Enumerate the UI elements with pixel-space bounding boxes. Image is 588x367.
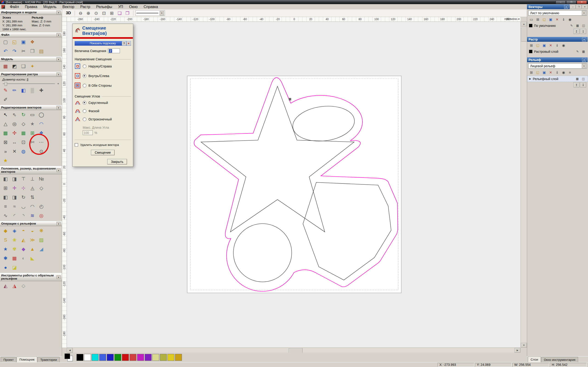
collapse-icon[interactable]: ▲ xyxy=(57,33,61,37)
direction-inward-option[interactable]: Внутрь/Слева xyxy=(73,71,133,81)
collapse-icon[interactable]: ▲ xyxy=(57,275,61,279)
edit-vector-layer-icon[interactable]: ✎ xyxy=(569,23,574,28)
trim-vectors-icon[interactable]: ✄ xyxy=(28,138,37,146)
color-swatch-8[interactable] xyxy=(137,354,144,361)
relief-layer-item[interactable]: ▶ Рельефный слой ▦◫ xyxy=(527,76,588,82)
menu-vector[interactable]: Вектор xyxy=(60,4,78,9)
color-swatch-10[interactable] xyxy=(152,354,159,361)
texture-flow-icon[interactable]: ≋ xyxy=(28,211,37,220)
arc-fit-down-icon[interactable]: ◡ xyxy=(19,202,28,211)
pencil-icon[interactable]: ✐ xyxy=(1,95,10,104)
add-relief-icon[interactable]: ◓ xyxy=(19,227,28,235)
open-vector-layer-icon[interactable]: ◱ xyxy=(541,17,547,22)
undo-icon[interactable]: ↶ xyxy=(1,47,10,55)
delete-original-checkbox[interactable] xyxy=(75,143,78,147)
move-layer-down-icon[interactable]: ↧ xyxy=(580,29,586,34)
flip-icon[interactable]: ⇅ xyxy=(28,193,37,201)
collapse-icon[interactable]: ▲ xyxy=(57,10,61,14)
vector-node-marker[interactable] xyxy=(289,98,291,100)
set-model-size-icon[interactable]: ▦ xyxy=(1,62,10,70)
wedge-relief-icon[interactable]: ◣ xyxy=(28,254,37,262)
mdi-minimize-button[interactable]: ─ xyxy=(570,5,576,9)
relief-properties-icon[interactable]: ≡ xyxy=(567,69,573,75)
move-layer-up-icon[interactable]: ↥ xyxy=(573,82,579,87)
previous-view-icon[interactable]: ❏ xyxy=(116,10,123,17)
merge-raster-layers-icon[interactable]: ⇓ xyxy=(554,42,560,48)
scroll-up-icon[interactable]: ▲ xyxy=(521,22,527,26)
chevron-down-icon[interactable]: ▾ xyxy=(160,11,164,15)
open-model-icon[interactable]: ◱ xyxy=(10,38,19,46)
select-all-vectors-icon[interactable]: ▭ xyxy=(528,17,535,22)
vector-layer-item[interactable]: По умолчанию ✎▦◫ xyxy=(527,23,588,28)
lock-relief-layer-icon[interactable]: ◫ xyxy=(581,76,586,81)
arc-fit-up-icon[interactable]: ◠ xyxy=(28,202,37,211)
fillet-vectors-icon[interactable]: ⊙ xyxy=(37,147,46,156)
vector-layer-colour-icon[interactable]: ▦ xyxy=(575,23,580,28)
color-swatch-1[interactable] xyxy=(84,354,91,361)
gem-relief-icon[interactable]: ◆ xyxy=(19,245,28,253)
draw-icon[interactable]: ✏ xyxy=(10,86,19,94)
horizontal-scrollbar[interactable]: ◀ ▶ xyxy=(67,348,520,352)
align-centers-v-icon[interactable]: ⊹ xyxy=(19,184,28,192)
move-layer-up-icon[interactable]: ↥ xyxy=(573,29,579,34)
line-style-dropdown[interactable]: ▾ xyxy=(136,10,165,16)
raster-layer-item[interactable]: Растровый слой ✎▦ xyxy=(527,49,588,54)
corner-rounded-option[interactable]: Скругленный xyxy=(73,99,133,107)
collapse-icon[interactable]: ▲ xyxy=(57,73,61,76)
male-female-icon[interactable]: ◮ xyxy=(10,282,19,290)
offset-vectors-icon[interactable]: ◌ xyxy=(28,147,37,156)
align-top-icon[interactable]: ⊤ xyxy=(19,175,28,183)
view-3d-button[interactable]: 3D xyxy=(64,10,73,16)
close-button[interactable]: ✕ xyxy=(577,0,587,4)
align-left-icon[interactable]: ◧ xyxy=(1,175,10,183)
nest-vectors-icon[interactable]: ▦ xyxy=(19,129,28,137)
expand-icon[interactable]: ▶ xyxy=(529,77,531,80)
menu-file[interactable]: Файл xyxy=(7,4,22,9)
subtract-relief-icon[interactable]: ◒ xyxy=(28,227,37,235)
open-relief-layer-icon[interactable]: ◱ xyxy=(535,69,541,75)
model-border-icon[interactable]: ◩ xyxy=(10,62,19,70)
pyramid-relief-icon[interactable]: ▲ xyxy=(28,245,37,253)
zoom-in-icon[interactable]: ⊕ xyxy=(85,10,92,17)
envelope-icon[interactable]: ◎ xyxy=(37,211,46,220)
bitmap-to-vector-icon[interactable]: ⊠ xyxy=(1,138,10,146)
measure-icon[interactable]: ↔ xyxy=(10,138,19,146)
menu-reliefs[interactable]: Рельефы xyxy=(93,4,115,9)
offset-relief-icon[interactable]: ≫ xyxy=(28,236,37,244)
relief-dropdown[interactable]: Лицевой рельеф ▾ xyxy=(528,63,587,69)
color-swatch-6[interactable] xyxy=(122,354,129,361)
save-raster-layer-icon[interactable]: ▣ xyxy=(541,42,547,48)
delete-raster-layer-icon[interactable]: ✕ xyxy=(548,42,554,48)
color-swatch-13[interactable] xyxy=(175,354,182,361)
tab-toolpaths[interactable]: Траектории xyxy=(37,357,60,362)
vertical-scroll-thumb[interactable] xyxy=(521,28,527,42)
ripple-icon[interactable]: ▨ xyxy=(37,236,46,244)
color-swatch-0[interactable] xyxy=(77,354,83,361)
color-swatch-4[interactable] xyxy=(107,354,114,361)
close-dialog-button[interactable]: Закрыть xyxy=(107,159,127,165)
hint-close-button[interactable]: ✕ xyxy=(127,41,131,45)
center-in-page-icon[interactable]: ⊞ xyxy=(1,184,10,192)
collapse-icon[interactable]: ▲ xyxy=(57,222,61,225)
emboss-icon[interactable]: ◭ xyxy=(19,236,28,244)
apply-offset-button[interactable]: Смещение xyxy=(91,150,114,155)
star-relief-icon[interactable]: ★ xyxy=(1,245,10,253)
texture-relief-icon[interactable]: ❀ xyxy=(10,236,19,244)
weave-relief-icon[interactable]: ▦ xyxy=(10,254,19,262)
menu-window[interactable]: Окно xyxy=(126,4,141,9)
direction-outward-option[interactable]: Наружу/Справа xyxy=(73,61,133,71)
open-raster-layer-icon[interactable]: ◱ xyxy=(535,42,541,48)
menu-edit[interactable]: Правка xyxy=(22,4,40,9)
sphere-relief-icon[interactable]: ● xyxy=(1,263,10,272)
cut-icon[interactable]: ✂ xyxy=(19,47,28,55)
paste-along-curve-icon[interactable]: ▩ xyxy=(1,129,10,137)
menu-model[interactable]: Модель xyxy=(40,4,59,9)
toggle-all-vectors-icon[interactable]: ◉ xyxy=(567,17,573,22)
canvas-2d-view[interactable] xyxy=(67,22,520,348)
intersect-vectors-icon[interactable]: ✕ xyxy=(10,147,19,156)
paint-icon[interactable]: ✎ xyxy=(1,86,10,94)
notes-icon[interactable]: ❑ xyxy=(19,62,28,70)
direction-inward-radio[interactable] xyxy=(83,74,86,78)
new-model-icon[interactable]: ▢ xyxy=(1,38,10,46)
toggle-relief-icon[interactable]: ◉ xyxy=(561,69,567,75)
